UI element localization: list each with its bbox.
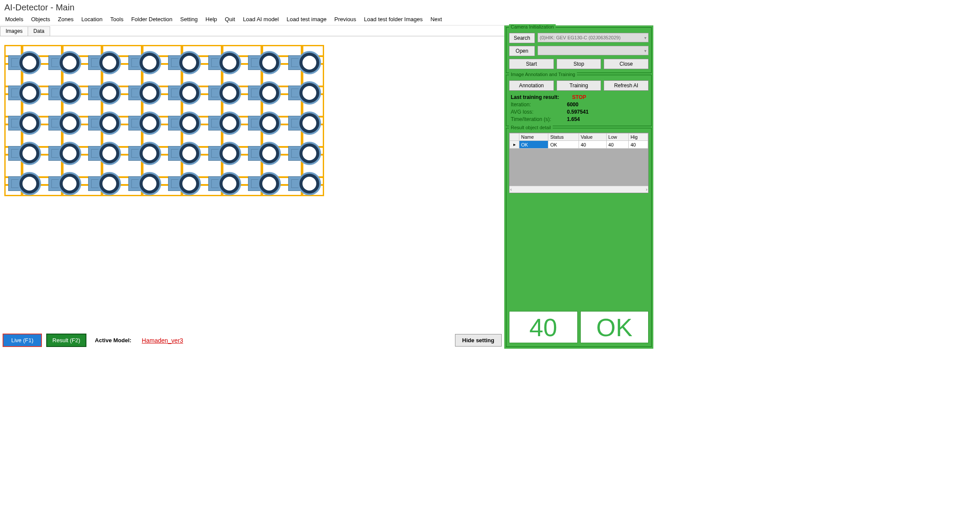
detected-component — [168, 112, 197, 134]
detected-component — [288, 173, 318, 194]
result-table-wrap: Name Status Value Low Hig ▸ OK OK 40 40 … — [509, 133, 649, 193]
detected-component — [128, 143, 158, 164]
cell-value: 40 — [579, 141, 607, 149]
detected-component — [288, 82, 318, 104]
training-legend: Image Annotation and Training — [509, 72, 577, 77]
refresh-ai-button[interactable]: Refresh AI — [604, 80, 649, 91]
menu-next[interactable]: Next — [430, 16, 442, 22]
detected-component — [168, 82, 197, 104]
result-legend: Result object detail — [509, 125, 553, 130]
detected-component — [248, 82, 277, 104]
live-button[interactable]: Live (F1) — [3, 334, 42, 347]
last-training-label: Last training result: — [511, 94, 559, 100]
start-button[interactable]: Start — [509, 59, 554, 69]
open-button[interactable]: Open — [509, 46, 535, 56]
detected-component — [208, 143, 238, 164]
detected-component — [48, 112, 78, 134]
tab-data[interactable]: Data — [28, 26, 50, 36]
time-value: 1.654 — [567, 116, 580, 122]
detected-component — [48, 82, 78, 104]
detected-component — [208, 82, 238, 104]
annotation-button[interactable]: Annotation — [509, 80, 554, 91]
detected-component — [248, 173, 277, 194]
result-table: Name Status Value Low Hig ▸ OK OK 40 40 … — [509, 133, 648, 149]
camera-init-group: Camera Initialization Search (0)HIK: GEV… — [506, 27, 652, 73]
training-group: Image Annotation and Training Annotation… — [506, 75, 652, 126]
detected-component — [128, 82, 158, 104]
training-button[interactable]: Training — [557, 80, 601, 91]
col-high: Hig — [629, 134, 648, 141]
time-label: Time/Iteration (s): — [511, 116, 567, 122]
detected-component — [288, 112, 318, 134]
table-row[interactable]: ▸ OK OK 40 40 40 — [510, 141, 648, 149]
menu-setting[interactable]: Setting — [180, 16, 197, 22]
col-name: Name — [519, 134, 548, 141]
detected-component — [128, 112, 158, 134]
window-title: AI-Detector - Main — [0, 0, 653, 14]
menu-load-ai[interactable]: Load AI model — [243, 16, 279, 22]
camera-legend: Camera Initialization — [509, 24, 556, 29]
bottom-bar: Live (F1) Result (F2) Active Model: Hama… — [3, 334, 502, 347]
detected-component — [88, 143, 118, 164]
active-model-value: Hamaden_ver3 — [142, 337, 183, 344]
detected-component — [248, 52, 277, 73]
stop-button[interactable]: Stop — [557, 59, 601, 69]
detected-component — [128, 173, 158, 194]
menu-load-image[interactable]: Load test image — [286, 16, 327, 22]
cell-status: OK — [548, 141, 579, 149]
training-status: STOP — [572, 94, 586, 100]
iteration-label: Iteration: — [511, 102, 567, 108]
detected-component — [8, 143, 38, 164]
menu-previous[interactable]: Previous — [334, 16, 356, 22]
col-value: Value — [579, 134, 607, 141]
search-button[interactable]: Search — [509, 33, 535, 43]
result-detail-group: Result object detail Name Status Value L… — [506, 128, 652, 347]
detected-component — [8, 52, 38, 73]
hide-setting-button[interactable]: Hide setting — [455, 334, 502, 347]
detected-component — [168, 52, 197, 73]
iteration-value: 6000 — [567, 102, 579, 108]
detected-component — [8, 112, 38, 134]
camera-device-select[interactable]: (0)HIK: GEV EG130-C (02J06352029) — [538, 33, 649, 42]
menu-models[interactable]: Models — [5, 16, 23, 22]
detected-component — [88, 173, 118, 194]
tab-images[interactable]: Images — [0, 26, 28, 36]
detected-component — [88, 112, 118, 134]
detected-component — [208, 173, 238, 194]
big-status: OK — [580, 311, 649, 343]
detected-component — [48, 143, 78, 164]
avgloss-label: AVG loss: — [511, 109, 567, 115]
menu-folder-detection[interactable]: Folder Detection — [131, 16, 172, 22]
detected-component — [248, 143, 277, 164]
menu-zones[interactable]: Zones — [58, 16, 73, 22]
detected-component — [128, 52, 158, 73]
detected-component — [88, 52, 118, 73]
image-canvas — [0, 36, 504, 349]
detected-component — [208, 112, 238, 134]
detected-component — [8, 82, 38, 104]
close-button[interactable]: Close — [604, 59, 649, 69]
detected-component — [48, 173, 78, 194]
cell-low: 40 — [606, 141, 628, 149]
active-model-label: Active Model: — [95, 337, 132, 344]
left-pane: Images Data Live (F1) Result (F2) Active… — [0, 25, 504, 349]
menu-objects[interactable]: Objects — [31, 16, 50, 22]
detected-component — [168, 173, 197, 194]
menu-load-folder[interactable]: Load test folder Images — [364, 16, 423, 22]
col-low: Low — [606, 134, 628, 141]
avgloss-value: 0.597541 — [567, 109, 589, 115]
row-marker: ▸ — [510, 141, 519, 149]
hscrollbar[interactable]: ‹› — [509, 186, 648, 193]
menu-tools[interactable]: Tools — [110, 16, 123, 22]
tabs: Images Data — [0, 26, 504, 36]
detected-component — [88, 82, 118, 104]
menu-quit[interactable]: Quit — [225, 16, 235, 22]
detected-component — [168, 143, 197, 164]
detected-component — [288, 52, 318, 73]
camera-mode-select[interactable] — [538, 46, 649, 55]
col-status: Status — [548, 134, 579, 141]
menu-location[interactable]: Location — [81, 16, 102, 22]
detected-component — [8, 173, 38, 194]
menu-help[interactable]: Help — [206, 16, 217, 22]
result-button[interactable]: Result (F2) — [46, 334, 86, 347]
